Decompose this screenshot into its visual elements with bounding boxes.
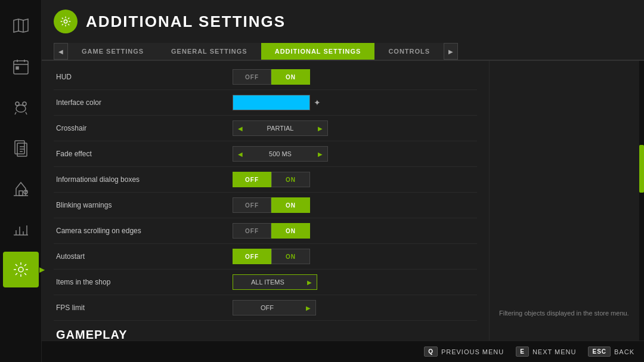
tab-bar: ◀ GAME SETTINGS GENERAL SETTINGS ADDITIO… — [42, 37, 644, 61]
setting-row-dialog-boxes: Informational dialog boxes OFF ON — [54, 167, 477, 193]
setting-control-interface-color: ✦ — [233, 95, 477, 110]
tab-prev-arrow[interactable]: ◀ — [54, 43, 68, 60]
sidebar-item-calendar[interactable] — [3, 49, 39, 85]
setting-row-fade-effect: Fade effect ◀ 500 MS ▶ — [54, 141, 477, 167]
tab-game-settings[interactable]: GAME SETTINGS — [68, 43, 157, 60]
sidebar-item-stats[interactable] — [3, 211, 39, 247]
bottom-bar: Q PREVIOUS MENU E NEXT MENU ESC BACK — [42, 341, 644, 362]
setting-label-crosshair: Crosshair — [54, 124, 233, 132]
toggle-autostart-off[interactable]: OFF — [233, 249, 271, 264]
setting-row-items-shop: Items in the shop ALL ITEMS ▶ — [54, 270, 477, 295]
next-menu-button[interactable]: E NEXT MENU — [516, 346, 576, 357]
fade-effect-next[interactable]: ▶ — [313, 147, 327, 161]
svg-point-9 — [18, 267, 23, 272]
setting-control-autostart: OFF ON — [233, 249, 477, 264]
items-shop-value: ALL ITEMS — [233, 275, 302, 289]
toggle-hud-on[interactable]: ON — [271, 69, 310, 85]
toggle-dialog-boxes-off[interactable]: OFF — [233, 172, 271, 187]
tab-controls[interactable]: CONTROLS — [374, 43, 444, 60]
crosshair-selector[interactable]: ◀ PARTIAL ▶ — [233, 120, 328, 136]
next-menu-label: NEXT MENU — [532, 348, 577, 355]
svg-rect-1 — [16, 67, 18, 69]
setting-control-camera-scrolling: OFF ON — [233, 223, 477, 239]
settings-panel: HUD OFF ON Interface color ✦ Crosshai — [42, 61, 489, 341]
previous-menu-button[interactable]: Q PREVIOUS MENU — [424, 346, 504, 357]
toggle-autostart-on[interactable]: ON — [271, 249, 310, 264]
toggle-hud-off[interactable]: OFF — [233, 69, 271, 85]
fps-value: OFF — [233, 304, 301, 311]
toggle-camera-scrolling-on[interactable]: ON — [271, 223, 310, 239]
gameplay-section-heading: GAMEPLAY — [54, 321, 477, 341]
svg-point-10 — [64, 20, 67, 23]
fade-effect-prev[interactable]: ◀ — [233, 147, 247, 161]
setting-control-dialog-boxes: OFF ON — [233, 172, 477, 187]
sidebar-item-farm[interactable] — [3, 171, 39, 206]
sidebar-item-documents[interactable] — [3, 130, 39, 166]
crosshair-value: PARTIAL — [247, 125, 313, 132]
items-shop-next[interactable]: ▶ — [302, 275, 317, 289]
color-picker[interactable] — [233, 95, 310, 110]
color-cursor-icon: ✦ — [314, 98, 321, 107]
right-panel-description: Filtering objects displayed in the store… — [499, 310, 634, 317]
setting-control-hud: OFF ON — [233, 69, 477, 85]
svg-point-2 — [16, 105, 26, 112]
setting-label-hud: HUD — [54, 73, 233, 81]
toggle-blinking-warnings-off[interactable]: OFF — [233, 197, 271, 213]
main-content: ADDITIONAL SETTINGS ◀ GAME SETTINGS GENE… — [42, 0, 644, 362]
setting-control-fps-limit: OFF ▶ — [233, 300, 477, 315]
sidebar-item-map[interactable] — [3, 8, 39, 44]
sidebar — [0, 0, 42, 362]
crosshair-next[interactable]: ▶ — [313, 121, 327, 135]
toggle-hud[interactable]: OFF ON — [233, 69, 310, 85]
setting-row-hud: HUD OFF ON — [54, 64, 477, 90]
setting-row-fps-limit: FPS limit OFF ▶ — [54, 295, 477, 321]
crosshair-prev[interactable]: ◀ — [233, 121, 247, 135]
back-label: BACK — [614, 348, 634, 355]
sidebar-item-animals[interactable] — [3, 89, 39, 125]
right-panel: Filtering objects displayed in the store… — [489, 61, 644, 341]
setting-row-camera-scrolling: Camera scrolling on edges OFF ON — [54, 218, 477, 244]
setting-control-items-shop: ALL ITEMS ▶ — [233, 274, 477, 290]
svg-point-4 — [23, 102, 26, 106]
scrollbar-right[interactable] — [639, 61, 644, 341]
setting-label-items-shop: Items in the shop — [54, 278, 233, 286]
back-button[interactable]: ESC BACK — [588, 346, 634, 357]
setting-row-autostart: Autostart OFF ON — [54, 244, 477, 270]
back-key: ESC — [588, 346, 611, 357]
toggle-blinking-warnings[interactable]: OFF ON — [233, 197, 310, 213]
setting-row-crosshair: Crosshair ◀ PARTIAL ▶ — [54, 116, 477, 141]
setting-label-fade-effect: Fade effect — [54, 150, 233, 158]
setting-label-interface-color: Interface color — [54, 98, 233, 107]
tab-next-arrow[interactable]: ▶ — [444, 43, 458, 60]
setting-label-camera-scrolling: Camera scrolling on edges — [54, 227, 233, 235]
previous-menu-key: Q — [424, 346, 438, 357]
setting-row-interface-color: Interface color ✦ — [54, 90, 477, 116]
fps-next[interactable]: ▶ — [301, 301, 315, 315]
tab-general-settings[interactable]: GENERAL SETTINGS — [157, 43, 261, 60]
next-menu-key: E — [516, 346, 529, 357]
toggle-dialog-boxes-on[interactable]: ON — [271, 172, 310, 187]
toggle-autostart[interactable]: OFF ON — [233, 249, 310, 264]
scroll-thumb[interactable] — [639, 145, 644, 193]
toggle-camera-scrolling[interactable]: OFF ON — [233, 223, 310, 239]
setting-label-blinking-warnings: Blinking warnings — [54, 201, 233, 209]
fps-selector[interactable]: OFF ▶ — [233, 300, 316, 315]
fade-effect-selector[interactable]: ◀ 500 MS ▶ — [233, 146, 328, 162]
svg-point-3 — [16, 102, 19, 106]
setting-row-blinking-warnings: Blinking warnings OFF ON — [54, 193, 477, 218]
toggle-blinking-warnings-on[interactable]: ON — [271, 197, 310, 213]
setting-control-blinking-warnings: OFF ON — [233, 197, 477, 213]
toggle-camera-scrolling-off[interactable]: OFF — [233, 223, 271, 239]
setting-label-fps-limit: FPS limit — [54, 304, 233, 312]
fade-effect-value: 500 MS — [247, 150, 313, 157]
setting-label-dialog-boxes: Informational dialog boxes — [54, 175, 233, 184]
settings-area: HUD OFF ON Interface color ✦ Crosshai — [42, 61, 644, 341]
items-shop-selector[interactable]: ALL ITEMS ▶ — [233, 274, 317, 290]
svg-rect-7 — [19, 191, 23, 196]
sidebar-item-settings[interactable] — [3, 252, 39, 287]
toggle-dialog-boxes[interactable]: OFF ON — [233, 172, 310, 187]
header-icon — [54, 10, 78, 33]
setting-control-crosshair: ◀ PARTIAL ▶ — [233, 120, 477, 136]
page-title: ADDITIONAL SETTINGS — [86, 13, 286, 31]
tab-additional-settings[interactable]: ADDITIONAL SETTINGS — [261, 43, 375, 60]
